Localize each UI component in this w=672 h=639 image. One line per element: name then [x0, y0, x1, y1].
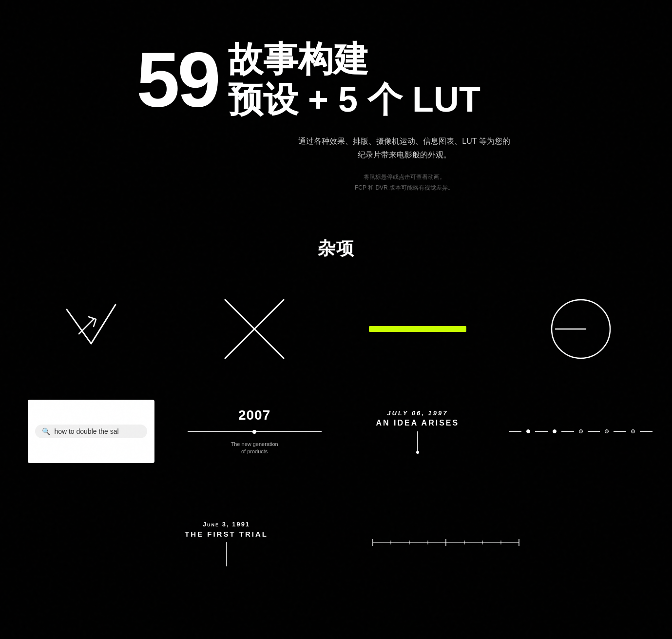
timeline-line-container — [188, 427, 322, 437]
preview-grid-row2: 🔍 how to double the sal 2007 The new gen… — [0, 387, 672, 475]
timeline-2007: 2007 The new generation of products — [173, 403, 336, 461]
timeline-sub: The new generation of products — [188, 441, 322, 456]
tick-timeline-svg — [346, 535, 546, 550]
preview-cell-1991[interactable]: June 3, 1991 The First Trial — [117, 495, 336, 592]
checkmark-svg — [52, 295, 130, 363]
hero-note: 将鼠标悬停或点击可查看动画。 FCP 和 DVR 版本可能略有视觉差异。 — [136, 172, 672, 193]
event-title-1991: The First Trial — [185, 530, 268, 538]
hero-number: 59 — [136, 40, 218, 118]
event-line-1997 — [417, 431, 418, 451]
mt-dot-2 — [553, 429, 557, 433]
multi-timeline — [499, 429, 662, 433]
mt-line-6 — [640, 431, 653, 432]
hero-desc-line1: 通过各种效果、排版、摄像机运动、信息图表、LUT 等为您的 — [298, 137, 510, 145]
preview-cell-bar[interactable] — [336, 280, 499, 378]
circle-svg — [542, 290, 620, 368]
preview-cell-2007[interactable]: 2007 The new generation of products — [173, 387, 336, 475]
accent-bar — [369, 326, 466, 332]
search-mockup: 🔍 how to double the sal — [28, 400, 154, 463]
timeline-year: 2007 — [188, 407, 322, 423]
preview-cell-x[interactable] — [173, 280, 336, 378]
tick-timeline-container — [346, 535, 546, 552]
preview-cell-circle[interactable] — [499, 280, 662, 378]
event-card-1997: JULY 06, 1997 AN IDEA ARISES — [376, 409, 460, 454]
mt-dot-4 — [605, 429, 609, 433]
hero-note-line1: 将鼠标悬停或点击可查看动画。 — [364, 174, 445, 180]
mt-dot-5 — [631, 429, 635, 433]
event-card-1991: June 3, 1991 The First Trial — [185, 521, 268, 566]
event-date-1991: June 3, 1991 — [185, 521, 268, 528]
preview-cell-search[interactable]: 🔍 how to double the sal — [10, 387, 173, 475]
timeline-dot — [252, 430, 256, 434]
event-title-1997: AN IDEA ARISES — [376, 419, 460, 427]
search-mockup-inner: 🔍 how to double the sal — [35, 425, 147, 438]
event-line-1991 — [226, 542, 227, 566]
preview-cell-multitimeline[interactable] — [499, 387, 662, 475]
preview-grid-row1 — [0, 280, 672, 378]
mt-line-3 — [561, 431, 574, 432]
hero-desc-line2: 纪录片带来电影般的外观。 — [358, 151, 451, 159]
preview-row3: June 3, 1991 The First Trial — [117, 495, 556, 592]
mt-line-5 — [614, 431, 626, 432]
hero-title-line2: 预设 + 5 个 LUT — [228, 79, 480, 120]
mt-line-1 — [509, 431, 521, 432]
preview-row3-wrapper: June 3, 1991 The First Trial — [0, 485, 672, 602]
hero-note-line2: FCP 和 DVR 版本可能略有视觉差异。 — [355, 184, 454, 191]
search-text: how to double the sal — [54, 427, 118, 435]
hero-title-line1: 故事构建 — [228, 39, 480, 79]
timeline-line — [188, 431, 322, 432]
event-date-1997: JULY 06, 1997 — [376, 409, 460, 417]
preview-cell-checkmark[interactable] — [10, 280, 173, 378]
preview-cell-tick-timeline[interactable] — [336, 495, 556, 592]
preview-cell-1997[interactable]: JULY 06, 1997 AN IDEA ARISES — [336, 387, 499, 475]
mt-line-4 — [588, 431, 600, 432]
misc-section-title: 杂项 — [0, 237, 672, 261]
mt-line-2 — [535, 431, 548, 432]
mt-dot-3 — [579, 429, 583, 433]
x-shape-svg — [211, 285, 298, 373]
mt-dot-1 — [526, 429, 530, 433]
event-dot-1997 — [416, 451, 419, 454]
hero-title-group: 故事构建 预设 + 5 个 LUT — [228, 39, 480, 120]
hero-section: 59 故事构建 预设 + 5 个 LUT 通过各种效果、排版、摄像机运动、信息图… — [0, 0, 672, 213]
search-icon: 🔍 — [42, 427, 50, 435]
hero-description: 通过各种效果、排版、摄像机运动、信息图表、LUT 等为您的 纪录片带来电影般的外… — [258, 135, 551, 163]
